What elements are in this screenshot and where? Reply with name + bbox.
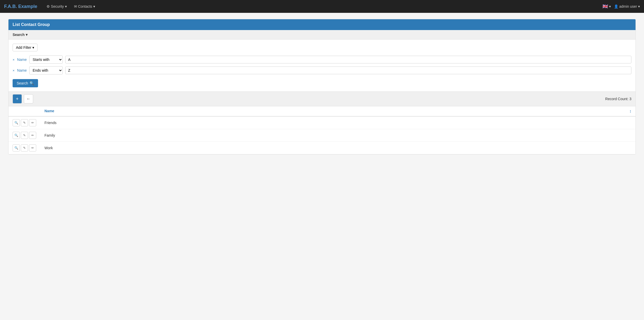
row-actions: 🔍 ✎ ✏ [8,129,40,142]
nav-items: ⚙ Security ▾ ✉ Contacts ▾ [43,2,602,11]
table-row: 🔍 ✎ ✏ Friends [8,116,636,129]
record-count: Record Count: 3 [605,97,631,101]
flag-icon: 🇬🇧 [602,4,608,9]
toolbar-left: + ← [13,94,33,103]
view-button[interactable]: 🔍 [13,119,20,126]
panel-header: List Contact Group [8,19,636,30]
record-count-value: 3 [629,97,631,101]
filter-value-input-1[interactable] [65,56,631,63]
filter-field-1: Name [17,58,27,62]
edit-icon: ✎ [23,146,26,150]
search-section: Search ▾ [8,30,636,40]
chevron-down-icon: ▾ [26,33,27,37]
record-count-label: Record Count: [605,97,628,101]
panel-title: List Contact Group [13,22,50,27]
navbar-right: 🇬🇧 ▾ 👤 admin user ▾ [602,4,640,9]
table-body: 🔍 ✎ ✏ Friends 🔍 ✎ [8,116,636,154]
row-name: Friends [40,116,636,129]
filter-area: Add Filter ▾ × Name Equal Starts with En… [8,40,636,92]
filter-field-2: Name [17,68,27,72]
chevron-down-icon: ▾ [65,4,67,8]
row-actions: 🔍 ✎ ✏ [8,116,40,129]
nav-security[interactable]: ⚙ Security ▾ [43,2,70,11]
pen-icon: ✏ [31,121,34,125]
action-icons: 🔍 ✎ ✏ [13,119,36,126]
gear-icon: ⚙ [47,4,50,8]
delete-button[interactable]: ✏ [29,119,36,126]
chevron-down-icon: ▾ [32,45,34,50]
user-icon: 👤 [614,4,618,8]
edit-icon: ✎ [23,134,26,137]
chevron-down-icon: ▾ [638,4,640,8]
data-table: Name ↕ 🔍 ✎ ✏ [8,106,636,154]
add-record-button[interactable]: + [13,94,22,103]
edit-icon: ✎ [23,121,26,125]
row-actions: 🔍 ✎ ✏ [8,142,40,154]
navbar: F.A.B. Example ⚙ Security ▾ ✉ Contacts ▾… [0,0,644,13]
search-icon: 🔍 [14,121,18,125]
row-name: Work [40,142,636,154]
search-toggle[interactable]: Search ▾ [13,33,631,37]
delete-button[interactable]: ✏ [29,132,36,139]
filter-value-input-2[interactable] [65,67,631,74]
edit-button[interactable]: ✎ [21,132,28,139]
filter-remove-2[interactable]: × [13,69,15,72]
filter-operator-select-1[interactable]: Equal Starts with Ends with Contains Gre… [29,55,63,64]
search-icon: 🔍 [14,146,18,150]
col-header-actions [8,106,40,116]
toolbar: + ← Record Count: 3 [8,92,636,106]
edit-button[interactable]: ✎ [21,119,28,126]
table-row: 🔍 ✎ ✏ Family [8,129,636,142]
col-header-name[interactable]: Name ↕ [40,106,636,116]
search-button[interactable]: Search 🔍 [13,79,38,87]
chevron-down-icon: ▾ [93,4,95,8]
nav-contacts[interactable]: ✉ Contacts ▾ [71,2,98,11]
brand-link[interactable]: F.A.B. Example [4,4,37,9]
sort-icon: ↕ [629,109,631,114]
envelope-icon: ✉ [74,4,77,8]
chevron-down-icon: ▾ [609,4,611,8]
delete-button[interactable]: ✏ [29,144,36,152]
filter-row: × Name Equal Starts with Ends with Conta… [13,66,631,74]
view-button[interactable]: 🔍 [13,144,20,152]
filter-operator-select-2[interactable]: Equal Starts with Ends with Contains Gre… [29,66,63,74]
plus-icon: + [16,96,19,102]
view-button[interactable]: 🔍 [13,132,20,139]
filter-remove-1[interactable]: × [13,58,15,62]
search-icon: 🔍 [14,134,18,137]
user-menu[interactable]: 👤 admin user ▾ [614,4,640,8]
pen-icon: ✏ [31,146,34,150]
back-button[interactable]: ← [24,94,33,103]
search-icon: 🔍 [30,81,34,85]
filter-row: × Name Equal Starts with Ends with Conta… [13,55,631,64]
edit-button[interactable]: ✎ [21,144,28,152]
main-content: List Contact Group Search ▾ Add Filter ▾… [0,13,644,161]
back-icon: ← [26,97,31,101]
action-icons: 🔍 ✎ ✏ [13,132,36,139]
pen-icon: ✏ [31,134,34,137]
language-selector[interactable]: 🇬🇧 ▾ [602,4,611,9]
row-name: Family [40,129,636,142]
table-header: Name ↕ [8,106,636,116]
table-row: 🔍 ✎ ✏ Work [8,142,636,154]
action-icons: 🔍 ✎ ✏ [13,144,36,152]
add-filter-button[interactable]: Add Filter ▾ [13,44,38,51]
panel: List Contact Group Search ▾ Add Filter ▾… [8,19,636,155]
